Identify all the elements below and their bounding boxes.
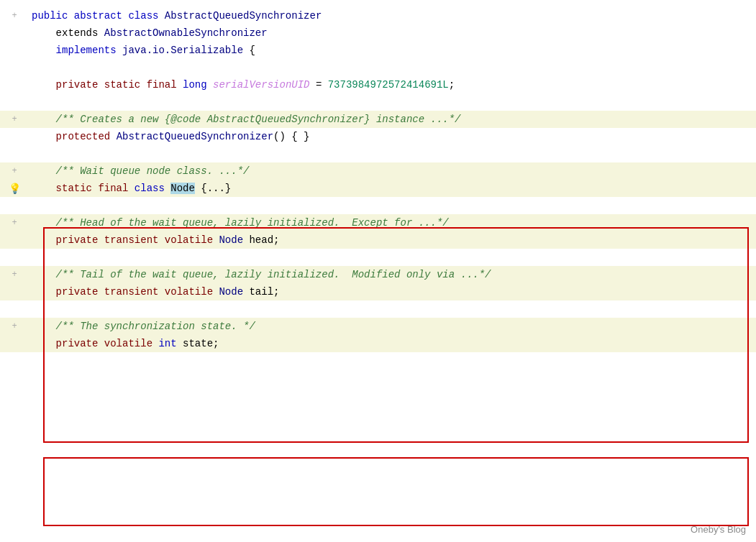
code-token bbox=[32, 114, 56, 125]
code-content: private volatile int state; bbox=[29, 335, 756, 352]
expand-icon[interactable]: + bbox=[9, 218, 19, 228]
code-content: private static final long serialVersionU… bbox=[29, 76, 756, 93]
code-token: ; bbox=[449, 79, 455, 91]
code-line: private transient volatile Node tail; bbox=[0, 283, 756, 300]
gutter-cell[interactable]: 💡 bbox=[0, 180, 29, 197]
gutter-cell[interactable]: + bbox=[0, 266, 29, 283]
code-token: AbstractOwnableSynchronizer bbox=[104, 27, 268, 39]
code-line: + /** The synchronization state. */ bbox=[0, 318, 756, 335]
code-line: + /** Creates a new {@code AbstractQueue… bbox=[0, 111, 756, 128]
gutter-cell[interactable]: + bbox=[0, 214, 29, 231]
code-token: head; bbox=[243, 234, 279, 246]
code-content: /** Tail of the wait queue, lazily initi… bbox=[29, 266, 756, 283]
code-token bbox=[32, 45, 56, 56]
code-token: serialVersionUID bbox=[213, 79, 309, 91]
code-token: { bbox=[243, 45, 255, 56]
code-token: = bbox=[309, 79, 327, 91]
code-token: Node bbox=[219, 234, 243, 246]
expand-icon[interactable]: + bbox=[9, 321, 19, 331]
code-line: implements java.io.Serializable { bbox=[0, 42, 756, 59]
code-token: private volatile bbox=[56, 338, 159, 349]
gutter-cell[interactable] bbox=[0, 59, 29, 76]
gutter-cell[interactable] bbox=[0, 300, 29, 318]
code-token: 7373984972572414691L bbox=[328, 79, 449, 91]
code-content: extends AbstractOwnableSynchronizer bbox=[29, 24, 756, 42]
code-token bbox=[32, 321, 56, 332]
code-token: /** Tail of the wait queue, lazily initi… bbox=[56, 269, 491, 280]
code-content bbox=[29, 197, 756, 214]
gutter-cell[interactable] bbox=[0, 76, 29, 93]
code-line: + /** Head of the wait queue, lazily ini… bbox=[0, 214, 756, 231]
gutter-cell[interactable]: + bbox=[0, 162, 29, 180]
code-content: private transient volatile Node tail; bbox=[29, 283, 756, 300]
gutter-cell[interactable] bbox=[0, 283, 29, 300]
gutter-cell[interactable] bbox=[0, 42, 29, 59]
code-content: implements java.io.Serializable { bbox=[29, 42, 756, 59]
code-line: private volatile int state; bbox=[0, 335, 756, 352]
code-token: private transient volatile bbox=[56, 234, 219, 246]
code-line bbox=[0, 197, 756, 214]
code-token bbox=[32, 131, 56, 142]
gutter-cell[interactable] bbox=[0, 93, 29, 111]
expand-icon[interactable]: + bbox=[9, 114, 19, 124]
gutter-cell[interactable] bbox=[0, 231, 29, 249]
expand-icon[interactable]: + bbox=[9, 166, 19, 176]
code-content bbox=[29, 352, 756, 369]
expand-icon[interactable]: + bbox=[9, 270, 19, 280]
code-line: protected AbstractQueuedSynchronizer() {… bbox=[0, 128, 756, 145]
code-token: /** The synchronization state. */ bbox=[56, 321, 255, 332]
code-content: /** The synchronization state. */ bbox=[29, 318, 756, 335]
code-content: /** Creates a new {@code AbstractQueuedS… bbox=[29, 111, 756, 128]
code-token: extends bbox=[32, 27, 104, 39]
code-token: java.io.Serializable bbox=[122, 45, 243, 56]
code-line bbox=[0, 145, 756, 162]
code-line: extends AbstractOwnableSynchronizer bbox=[0, 24, 756, 42]
gutter-cell[interactable]: + bbox=[0, 7, 29, 24]
bulb-icon[interactable]: 💡 bbox=[9, 183, 19, 193]
expand-icon[interactable]: + bbox=[9, 11, 19, 21]
code-line: private transient volatile Node head; bbox=[0, 231, 756, 249]
code-content: public abstract class AbstractQueuedSync… bbox=[29, 7, 756, 24]
code-content bbox=[29, 300, 756, 318]
gutter-cell[interactable]: + bbox=[0, 318, 29, 335]
code-line bbox=[0, 352, 756, 369]
code-line bbox=[0, 59, 756, 76]
gutter-cell[interactable]: + bbox=[0, 111, 29, 128]
code-content: private transient volatile Node head; bbox=[29, 231, 756, 249]
highlight-box-2 bbox=[43, 457, 749, 526]
code-token: /** Wait queue node class. ...*/ bbox=[56, 165, 250, 177]
code-token: static final bbox=[56, 183, 135, 194]
code-token bbox=[32, 183, 56, 194]
code-token: class bbox=[135, 183, 170, 194]
code-token: implements bbox=[56, 45, 122, 56]
gutter-cell[interactable] bbox=[0, 352, 29, 369]
code-token: Node bbox=[219, 286, 243, 298]
gutter-cell[interactable] bbox=[0, 197, 29, 214]
gutter-cell[interactable] bbox=[0, 24, 29, 42]
gutter-cell[interactable] bbox=[0, 145, 29, 162]
watermark: Oneby's Blog bbox=[691, 524, 746, 535]
code-line: + /** Tail of the wait queue, lazily ini… bbox=[0, 266, 756, 283]
code-token: tail; bbox=[243, 286, 279, 298]
code-content: protected AbstractQueuedSynchronizer() {… bbox=[29, 128, 756, 145]
code-token bbox=[32, 286, 56, 298]
gutter-cell[interactable] bbox=[0, 249, 29, 266]
code-token bbox=[32, 79, 56, 91]
code-token bbox=[32, 234, 56, 246]
gutter-cell[interactable] bbox=[0, 128, 29, 145]
code-token: /** Creates a new {@code AbstractQueuedS… bbox=[56, 114, 461, 125]
code-token: int bbox=[158, 338, 183, 349]
code-token: protected bbox=[56, 131, 117, 142]
gutter-cell[interactable] bbox=[0, 335, 29, 352]
code-token: {...} bbox=[195, 183, 231, 194]
code-token: () { } bbox=[273, 131, 309, 142]
code-line: private static final long serialVersionU… bbox=[0, 76, 756, 93]
code-line bbox=[0, 93, 756, 111]
code-token: public abstract class bbox=[32, 10, 165, 22]
code-token bbox=[32, 165, 56, 177]
code-token: long bbox=[183, 79, 213, 91]
code-token: AbstractQueuedSynchronizer bbox=[165, 10, 322, 22]
code-line bbox=[0, 249, 756, 266]
code-token bbox=[32, 338, 56, 349]
code-token: state; bbox=[183, 338, 219, 349]
